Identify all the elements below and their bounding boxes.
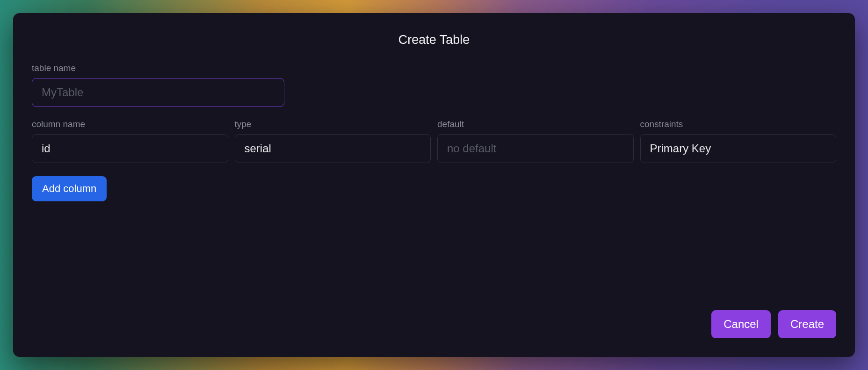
modal-footer: Cancel Create	[32, 310, 836, 338]
add-column-button[interactable]: Add column	[32, 176, 107, 201]
column-constraints-label: constraints	[640, 119, 837, 129]
column-default-input[interactable]	[437, 134, 634, 163]
column-constraints-field-group: constraints	[640, 119, 837, 163]
column-constraints-input[interactable]	[640, 134, 837, 163]
column-name-label: column name	[32, 119, 228, 129]
cancel-button[interactable]: Cancel	[711, 310, 771, 338]
column-default-field-group: default	[437, 119, 634, 163]
modal-title: Create Table	[32, 33, 836, 47]
column-default-label: default	[437, 119, 634, 129]
column-type-input[interactable]	[235, 134, 431, 163]
column-type-field-group: type	[235, 119, 431, 163]
column-name-field-group: column name	[32, 119, 228, 163]
column-type-label: type	[235, 119, 431, 129]
table-name-label: table name	[32, 63, 284, 73]
create-table-modal: Create Table table name column name type…	[13, 13, 855, 357]
table-name-field-group: table name	[32, 63, 284, 107]
create-button[interactable]: Create	[778, 310, 836, 338]
table-name-input[interactable]	[32, 78, 284, 107]
column-definition-row: column name type default constraints	[32, 119, 836, 163]
column-name-input[interactable]	[32, 134, 228, 163]
